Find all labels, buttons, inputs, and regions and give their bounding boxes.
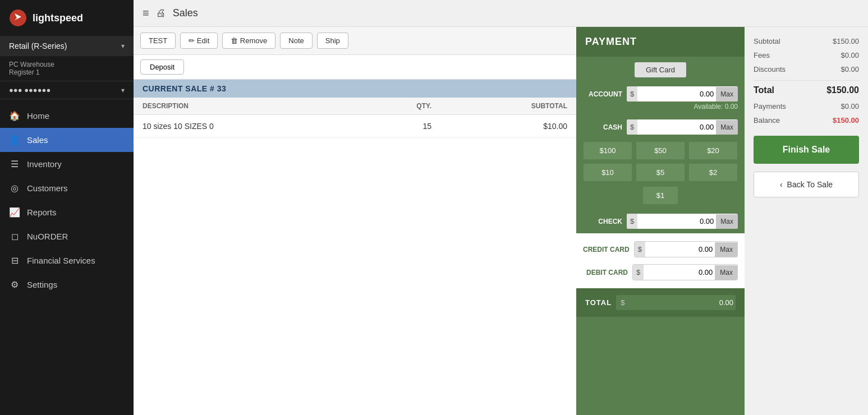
edit-button[interactable]: ✏ Edit xyxy=(180,33,218,49)
credit-card-input[interactable] xyxy=(645,242,715,257)
debit-card-label: DEBIT CARD xyxy=(583,269,628,276)
check-input[interactable] xyxy=(637,214,716,229)
topbar: ≡ 🖨 Sales xyxy=(134,0,868,27)
cash-btn-5[interactable]: $5 xyxy=(636,163,685,182)
cash-buttons-grid: $100 $50 $20 $10 $5 $2 xyxy=(576,139,745,184)
sidebar-item-sales-label: Sales xyxy=(27,135,48,145)
user-info-row[interactable]: ●●● ●●●●●● ▾ xyxy=(0,81,134,99)
account-input[interactable] xyxy=(637,86,716,102)
sale-header: Current Sale # 33 xyxy=(134,80,576,98)
back-to-sale-button[interactable]: ‹ Back To Sale xyxy=(754,172,859,197)
debit-currency-symbol: $ xyxy=(633,265,644,280)
customers-icon: ◎ xyxy=(9,183,20,193)
sale-table: DESCRIPTION QTY. SUBTOTAL 10 sizes 10 SI… xyxy=(134,98,576,415)
cash-btn-50[interactable]: $50 xyxy=(636,141,685,160)
col-description: DESCRIPTION xyxy=(134,98,357,115)
payments-label: Payments xyxy=(754,102,786,110)
credit-card-section: CREDIT CARD $ Max DEBIT CARD $ Max xyxy=(576,233,745,288)
credit-card-input-group: $ Max xyxy=(634,241,738,257)
page-title: Sales xyxy=(173,7,198,19)
reports-icon: 📈 xyxy=(9,207,20,218)
discounts-row: Discounts $0.00 xyxy=(754,64,859,75)
cash-btn-20[interactable]: $20 xyxy=(688,141,738,160)
cash-btn-2[interactable]: $2 xyxy=(688,163,738,182)
item-qty: 15 xyxy=(357,115,440,138)
sidebar-nav: 🏠 Home 👤 Sales ☰ Inventory ◎ Customers 📈… xyxy=(0,99,134,415)
subtotal-value: $150.00 xyxy=(833,37,859,45)
check-max-button[interactable]: Max xyxy=(716,214,738,229)
back-arrow-icon: ‹ xyxy=(780,180,783,189)
cash-btn-100[interactable]: $100 xyxy=(583,141,632,160)
sidebar-item-inventory[interactable]: ☰ Inventory xyxy=(0,152,134,176)
gift-card-row: Gift Card xyxy=(576,57,745,83)
sidebar-item-settings-label: Settings xyxy=(27,280,57,289)
total-row: TOTAL $ xyxy=(576,288,745,317)
logo-text: lightspeed xyxy=(33,12,83,24)
sidebar-item-home[interactable]: 🏠 Home xyxy=(0,104,134,128)
content-area: TEST ✏ Edit 🗑 Remove Note Ship Deposit C… xyxy=(134,27,868,415)
cash-row: CASH $ Max xyxy=(576,115,745,139)
check-currency-symbol: $ xyxy=(627,214,637,229)
sidebar-item-home-label: Home xyxy=(27,111,49,121)
deposit-bar: Deposit xyxy=(134,55,576,80)
cash-input[interactable] xyxy=(637,119,716,135)
subtotal-label: Subtotal xyxy=(754,37,780,45)
cash-input-group: $ Max xyxy=(627,119,738,135)
sidebar-item-reports[interactable]: 📈 Reports xyxy=(0,200,134,224)
main-area: ≡ 🖨 Sales TEST ✏ Edit 🗑 Remove Note Ship… xyxy=(134,0,868,415)
store-name: Retail (R-Series) xyxy=(9,42,67,50)
payment-header: PAYMENT xyxy=(576,27,745,57)
store-selector[interactable]: Retail (R-Series) ▾ xyxy=(0,36,134,56)
credit-currency-symbol: $ xyxy=(635,242,645,257)
register-name: Register 1 xyxy=(9,68,54,76)
sidebar-item-sales[interactable]: 👤 Sales xyxy=(0,128,134,152)
balance-row: Balance $150.00 xyxy=(754,115,859,126)
sidebar-item-financial-label: Financial Services xyxy=(27,256,95,265)
discounts-label: Discounts xyxy=(754,65,786,73)
sidebar: lightspeed Retail (R-Series) ▾ PC Wareho… xyxy=(0,0,134,415)
total-currency-symbol: $ xyxy=(616,295,629,310)
chevron-down-icon: ▾ xyxy=(121,42,125,50)
credit-max-button[interactable]: Max xyxy=(715,242,737,257)
test-button[interactable]: TEST xyxy=(140,33,176,49)
total-summary-row: Total $150.00 xyxy=(754,80,859,98)
sidebar-item-financial[interactable]: ⊟ Financial Services xyxy=(0,248,134,273)
debit-max-button[interactable]: Max xyxy=(715,265,737,280)
note-button[interactable]: Note xyxy=(280,33,312,49)
financial-icon: ⊟ xyxy=(9,255,20,266)
sale-area: TEST ✏ Edit 🗑 Remove Note Ship Deposit C… xyxy=(134,27,576,415)
deposit-button[interactable]: Deposit xyxy=(140,59,184,75)
table-row: 10 sizes 10 SIZES 0 15 $10.00 xyxy=(134,115,576,138)
cash-max-button[interactable]: Max xyxy=(716,120,738,135)
sales-icon: 👤 xyxy=(9,135,20,145)
payment-panel: PAYMENT Gift Card ACCOUNT $ Max Availabl… xyxy=(576,27,745,415)
debit-card-input[interactable] xyxy=(644,265,715,280)
cash-btn-1[interactable]: $1 xyxy=(642,186,678,205)
sidebar-item-customers[interactable]: ◎ Customers xyxy=(0,176,134,200)
discounts-value: $0.00 xyxy=(841,65,859,73)
summary-panel: Subtotal $150.00 Fees $0.00 Discounts $0… xyxy=(745,27,868,415)
subtotal-row: Subtotal $150.00 xyxy=(754,36,859,47)
debit-card-row: DEBIT CARD $ Max xyxy=(583,261,738,284)
gift-card-button[interactable]: Gift Card xyxy=(635,62,686,77)
item-description: 10 sizes 10 SIZES 0 xyxy=(134,115,357,138)
finish-sale-button[interactable]: Finish Sale xyxy=(754,136,859,164)
total-input[interactable] xyxy=(629,295,736,310)
sidebar-item-nuorder-label: NuORDER xyxy=(27,232,68,241)
logo-area: lightspeed xyxy=(0,0,134,36)
sidebar-item-customers-label: Customers xyxy=(27,183,68,193)
sidebar-item-nuorder[interactable]: ◻ NuORDER xyxy=(0,224,134,248)
cash-btn-10[interactable]: $10 xyxy=(583,163,632,182)
check-input-group: $ Max xyxy=(627,214,738,229)
sale-items: 10 sizes 10 SIZES 0 15 $10.00 xyxy=(134,115,576,138)
sidebar-item-settings[interactable]: ⚙ Settings xyxy=(0,273,134,297)
remove-button[interactable]: 🗑 Remove xyxy=(222,33,275,49)
col-qty: QTY. xyxy=(357,98,440,115)
ship-button[interactable]: Ship xyxy=(317,33,348,49)
col-subtotal: SUBTOTAL xyxy=(440,98,576,115)
account-max-button[interactable]: Max xyxy=(716,87,738,102)
total-summary-label: Total xyxy=(754,85,774,95)
menu-icon[interactable]: ≡ xyxy=(143,7,149,20)
check-label: CHECK xyxy=(583,218,622,225)
account-label: ACCOUNT xyxy=(583,90,622,98)
